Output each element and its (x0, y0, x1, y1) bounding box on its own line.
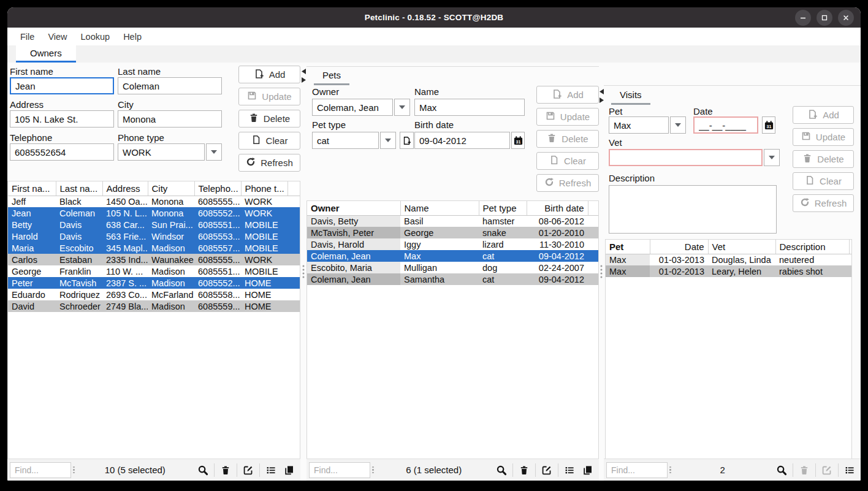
phone-type-select[interactable]: WORK (118, 143, 222, 161)
owners-pages-icon[interactable] (282, 463, 297, 478)
table-row[interactable]: CarlosEstaban2335 Ind...Waunakee6085555.… (8, 254, 300, 265)
column-header[interactable]: Pet (606, 240, 650, 254)
menu-lookup[interactable]: Lookup (74, 32, 117, 42)
pets-toolbar-icons (494, 463, 595, 478)
table-row[interactable]: MariaEscobito345 Mapl...Madison6085557..… (8, 242, 300, 254)
owner-select[interactable]: Coleman, Jean (312, 99, 410, 116)
owners-find-input[interactable] (10, 462, 71, 478)
owners-trash-icon[interactable] (218, 463, 233, 478)
table-row[interactable]: Coleman, JeanSamanthacat09-04-2012 (307, 273, 598, 285)
visits-find-input[interactable] (606, 462, 668, 478)
pets-trash-icon[interactable] (517, 463, 531, 478)
menu-help[interactable]: Help (116, 32, 148, 42)
menu-view[interactable]: View (41, 32, 74, 42)
minimize-button[interactable] (795, 10, 811, 26)
column-header[interactable]: Vet (708, 240, 775, 254)
phone-type-dropdown-button[interactable] (206, 143, 222, 161)
table-row[interactable]: Davis, HaroldIggylizard11-30-2010 (307, 238, 598, 250)
titlebar[interactable]: Petclinic - 0.18.52 - SCOTT@H2DB (7, 7, 861, 28)
telephone-field[interactable] (10, 143, 114, 161)
table-row[interactable]: PeterMcTavish2387 S. ...Madison6085552..… (8, 277, 300, 289)
first-name-field[interactable] (10, 77, 114, 94)
column-header[interactable]: Phone t... (241, 181, 287, 196)
column-header[interactable]: Telepho... (194, 181, 241, 196)
column-header[interactable]: Date (650, 240, 708, 254)
owners-list-icon[interactable] (264, 463, 278, 478)
table-row[interactable]: GeorgeFranklin110 W. ...Madison6085551..… (8, 265, 300, 277)
owners-status-bar: 10 (5 selected) (7, 459, 300, 481)
tab-pets[interactable]: Pets (314, 67, 349, 85)
tab-owners[interactable]: Owners (16, 45, 76, 63)
owner-dropdown-button[interactable] (394, 99, 410, 116)
last-name-field[interactable] (118, 77, 222, 94)
table-cell: Iggy (400, 238, 479, 250)
table-row[interactable]: Davis, BettyBasilhamster08-06-2012 (307, 215, 598, 227)
column-header[interactable]: Address (102, 181, 148, 196)
maximize-button[interactable] (817, 10, 832, 26)
table-cell: Basil (400, 215, 479, 227)
table-row[interactable]: McTavish, PeterGeorgesnake01-20-2010 (307, 227, 598, 238)
visits-search-icon[interactable] (774, 463, 789, 478)
owners-search-icon[interactable] (196, 463, 210, 478)
visit-date-calendar-button[interactable]: 31 (762, 116, 775, 134)
table-row[interactable]: Coleman, JeanMaxcat09-04-2012 (307, 250, 598, 262)
column-header[interactable]: Owner (307, 201, 400, 215)
splitter-owners-pets[interactable] (300, 63, 306, 481)
table-row[interactable]: HaroldDavis563 Frie...Windsor6085553...M… (8, 230, 300, 242)
menu-file[interactable]: File (13, 32, 41, 42)
splitter-handle-icon[interactable] (303, 265, 305, 278)
column-header[interactable]: City (148, 181, 194, 196)
phone-type-label: Phone type (118, 132, 164, 143)
table-row[interactable]: Max01-03-2013Douglas, Lindaneutered (606, 254, 851, 265)
pets-pages-icon[interactable] (581, 463, 595, 478)
table-row[interactable]: EduardoRodriquez2693 Co...McFarland60855… (8, 289, 300, 300)
tab-visits[interactable]: Visits (611, 86, 650, 105)
table-row[interactable]: BettyDavis638 Car...Sun Prai...6085551..… (8, 219, 300, 230)
trash-icon (547, 133, 557, 145)
description-field[interactable] (609, 185, 777, 234)
table-cell: MOBILE (241, 230, 287, 242)
table-row[interactable]: JeffBlack1450 Oa...Monona6085555...WORK (8, 196, 300, 207)
add-pet-type-button[interactable] (400, 132, 414, 149)
owners-clear-button[interactable]: Clear (238, 132, 300, 150)
owners-delete-button[interactable]: Delete (238, 110, 300, 128)
splitter-collapse-arrows[interactable] (300, 69, 306, 83)
city-field[interactable] (118, 110, 222, 128)
close-button[interactable] (838, 10, 854, 26)
table-row[interactable]: Escobito, MariaMulligandog02-24-2007 (307, 262, 598, 273)
column-header[interactable]: Birth date (527, 201, 588, 215)
splitter-collapse-arrows[interactable] (599, 89, 604, 103)
vet-select[interactable] (609, 149, 780, 166)
column-header[interactable]: Name (400, 201, 479, 215)
birth-date-calendar-button[interactable]: 31 (511, 132, 525, 149)
splitter-handle-icon[interactable] (601, 265, 603, 278)
pet-name-field[interactable] (414, 99, 525, 116)
table-cell: 6085558... (194, 289, 241, 300)
visit-pet-select[interactable]: Max (609, 116, 686, 134)
splitter-pets-visits[interactable] (599, 63, 604, 481)
pets-search-icon[interactable] (494, 463, 509, 478)
vet-dropdown-button[interactable] (764, 149, 780, 166)
owners-edit-icon[interactable] (241, 463, 256, 478)
column-header[interactable]: Pet type (479, 201, 527, 215)
owners-add-button[interactable]: Add (238, 66, 300, 83)
toolbar-separator (237, 463, 237, 477)
visits-list-icon[interactable] (842, 463, 857, 478)
birth-date-field[interactable] (414, 132, 510, 149)
column-header[interactable]: Description (775, 240, 849, 254)
pets-list-icon[interactable] (562, 463, 577, 478)
visit-date-field[interactable] (693, 116, 758, 134)
column-header[interactable]: First na... (8, 181, 56, 196)
pet-type-select[interactable]: cat (312, 132, 396, 149)
table-cell: Monona (148, 196, 194, 207)
column-header[interactable]: Last na... (56, 181, 102, 196)
table-row[interactable]: DavidSchroeder2749 Bla...Madison6085559.… (8, 300, 300, 312)
pets-find-input[interactable] (309, 462, 370, 478)
table-row[interactable]: JeanColeman105 N. L...Monona6085552...WO… (8, 207, 300, 219)
pets-edit-icon[interactable] (539, 463, 554, 478)
owners-refresh-button[interactable]: Refresh (238, 154, 300, 172)
table-row[interactable]: Max01-02-2013Leary, Helenrabies shot (606, 265, 851, 277)
address-field[interactable] (10, 110, 114, 128)
visit-pet-dropdown-button[interactable] (670, 116, 686, 134)
pet-type-dropdown-button[interactable] (380, 132, 396, 149)
